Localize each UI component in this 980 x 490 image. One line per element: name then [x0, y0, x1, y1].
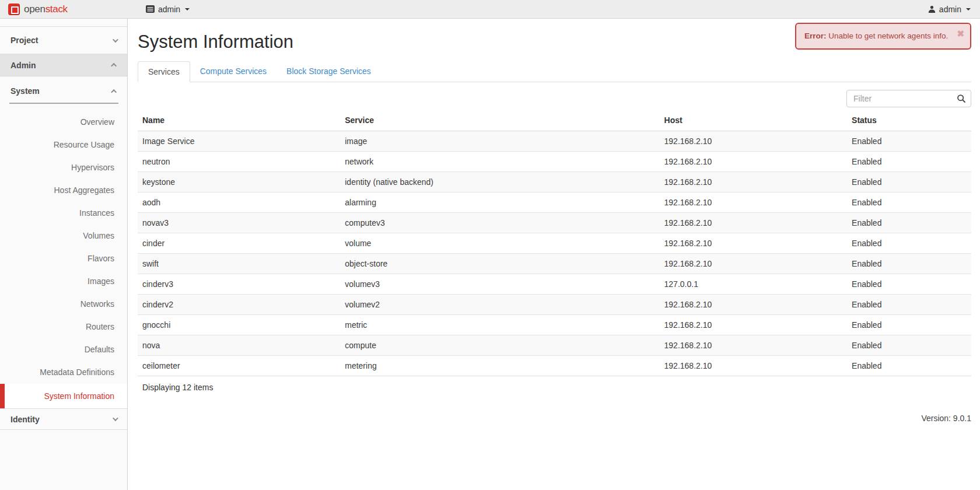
cell-status: Enabled: [847, 254, 971, 274]
cell-name: novav3: [138, 213, 340, 233]
main-content: System Information Services Compute Serv…: [128, 19, 980, 490]
cell-service: alarming: [340, 192, 659, 213]
chevron-up-icon: [111, 89, 117, 94]
services-table-body: Image Serviceimage192.168.2.10Enabledneu…: [138, 131, 971, 376]
user-menu-label: admin: [939, 5, 961, 14]
filter-wrap: [846, 90, 971, 107]
cell-status: Enabled: [847, 213, 971, 233]
top-navbar: openstack admin admin: [0, 0, 980, 19]
filter-input[interactable]: [846, 90, 971, 107]
project-switcher-label: admin: [158, 5, 180, 14]
cell-host: 192.168.2.10: [660, 315, 848, 335]
cell-service: object-store: [340, 254, 659, 274]
cell-service: computev3: [340, 213, 659, 233]
sidebar-item-instances[interactable]: Instances: [0, 202, 127, 225]
cell-name: swift: [138, 254, 340, 274]
chevron-up-icon: [111, 63, 117, 69]
sidebar-system-items: OverviewResource UsageHypervisorsHost Ag…: [0, 104, 127, 384]
cell-status: Enabled: [847, 356, 971, 376]
cell-status: Enabled: [847, 315, 971, 335]
table-row: Image Serviceimage192.168.2.10Enabled: [138, 131, 971, 152]
table-row-count: Displaying 12 items: [138, 376, 971, 398]
sidebar-item-flavors[interactable]: Flavors: [0, 247, 127, 270]
cell-status: Enabled: [847, 131, 971, 152]
table-row: keystoneidentity (native backend)192.168…: [138, 172, 971, 192]
cell-host: 192.168.2.10: [660, 152, 848, 172]
cell-host: 192.168.2.10: [660, 335, 848, 356]
user-icon: [928, 5, 936, 13]
openstack-logo[interactable]: openstack: [0, 4, 68, 15]
filter-row: [138, 90, 971, 107]
cell-host: 192.168.2.10: [660, 233, 848, 254]
chevron-down-icon: [113, 37, 118, 43]
cell-service: metering: [340, 356, 659, 376]
services-table: NameServiceHostStatus Image Serviceimage…: [138, 111, 971, 376]
sidebar-item-volumes[interactable]: Volumes: [0, 225, 127, 247]
cell-service: volume: [340, 233, 659, 254]
sidebar-item-host-aggregates[interactable]: Host Aggregates: [0, 179, 127, 202]
brand-wordmark: openstack: [24, 4, 68, 15]
column-header-name: Name: [138, 111, 340, 131]
cell-service: compute: [340, 335, 659, 356]
caret-down-icon: [185, 8, 190, 10]
table-row: swiftobject-store192.168.2.10Enabled: [138, 254, 971, 274]
sidebar-item-defaults[interactable]: Defaults: [0, 338, 127, 361]
sidebar-spacer: [0, 19, 127, 27]
sidebar-item-metadata-definitions[interactable]: Metadata Definitions: [0, 361, 127, 384]
cell-host: 192.168.2.10: [660, 254, 848, 274]
cell-name: cinderv2: [138, 295, 340, 315]
cell-name: neutron: [138, 152, 340, 172]
cell-host: 192.168.2.10: [660, 295, 848, 315]
sidebar-section-project[interactable]: Project: [0, 27, 127, 54]
cell-host: 192.168.2.10: [660, 356, 848, 376]
cell-status: Enabled: [847, 335, 971, 356]
error-alert-title: Error:: [804, 32, 827, 40]
table-row: novav3computev3192.168.2.10Enabled: [138, 213, 971, 233]
sidebar-item-overview[interactable]: Overview: [0, 111, 127, 134]
chevron-down-icon: [113, 415, 118, 421]
cell-status: Enabled: [847, 274, 971, 295]
cell-service: metric: [340, 315, 659, 335]
sidebar-section-identity[interactable]: Identity: [0, 408, 127, 430]
sidebar-item-networks[interactable]: Networks: [0, 293, 127, 316]
search-icon[interactable]: [957, 94, 966, 105]
sidebar-section-label: Identity: [10, 415, 40, 424]
sidebar-item-hypervisors[interactable]: Hypervisors: [0, 156, 127, 179]
sidebar-item-images[interactable]: Images: [0, 270, 127, 293]
cell-host: 192.168.2.10: [660, 213, 848, 233]
close-icon[interactable]: ✖: [957, 29, 964, 38]
cell-service: identity (native backend): [340, 172, 659, 192]
cell-service: volumev2: [340, 295, 659, 315]
tab-services[interactable]: Services: [138, 61, 190, 82]
openstack-logo-icon: [8, 4, 20, 15]
cell-name: keystone: [138, 172, 340, 192]
sidebar-section-label: System: [10, 86, 40, 96]
cell-name: ceilometer: [138, 356, 340, 376]
table-row: gnocchimetric192.168.2.10Enabled: [138, 315, 971, 335]
sidebar-item-system-information[interactable]: System Information: [0, 384, 127, 408]
cell-service: network: [340, 152, 659, 172]
tab-compute-services[interactable]: Compute Services: [190, 61, 276, 82]
sidebar-item-resource-usage[interactable]: Resource Usage: [0, 134, 127, 156]
user-menu[interactable]: admin: [928, 5, 971, 14]
cell-service: volumev3: [340, 274, 659, 295]
tab-bar: Services Compute Services Block Storage …: [138, 61, 971, 82]
cell-name: cinderv3: [138, 274, 340, 295]
column-header-host: Host: [660, 111, 848, 131]
sidebar-section-admin[interactable]: Admin: [0, 54, 127, 76]
error-alert: Error: Unable to get network agents info…: [795, 23, 971, 50]
cell-host: 127.0.0.1: [660, 274, 848, 295]
cell-status: Enabled: [847, 295, 971, 315]
project-switcher-menu[interactable]: admin: [146, 5, 190, 14]
cell-host: 192.168.2.10: [660, 172, 848, 192]
cell-host: 192.168.2.10: [660, 192, 848, 213]
cell-name: Image Service: [138, 131, 340, 152]
cell-status: Enabled: [847, 233, 971, 254]
table-row: cindervolume192.168.2.10Enabled: [138, 233, 971, 254]
sidebar-section-system[interactable]: System: [0, 79, 127, 103]
cell-status: Enabled: [847, 152, 971, 172]
sidebar-item-routers[interactable]: Routers: [0, 316, 127, 338]
tab-block-storage-services[interactable]: Block Storage Services: [276, 61, 381, 82]
table-row: cinderv2volumev2192.168.2.10Enabled: [138, 295, 971, 315]
column-header-service: Service: [340, 111, 659, 131]
